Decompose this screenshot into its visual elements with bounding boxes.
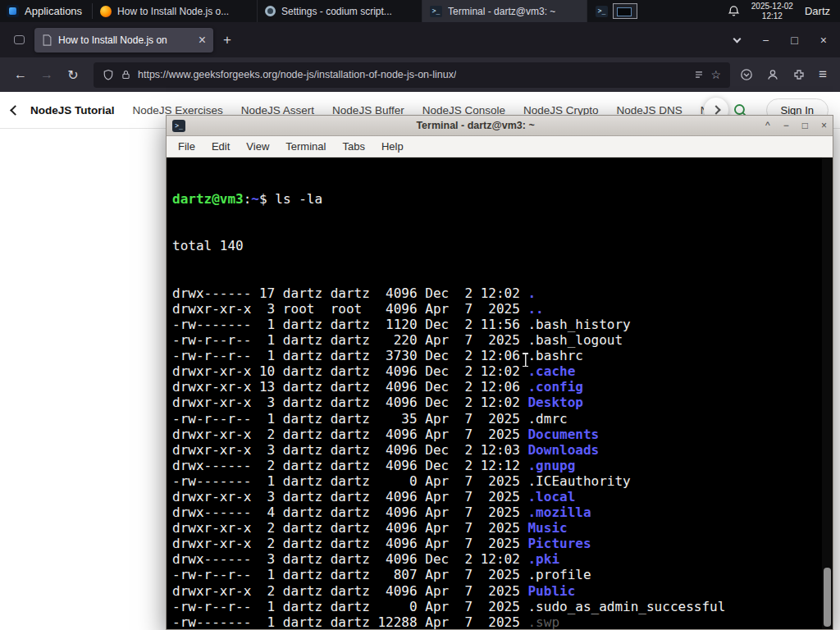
prompt-user-host: dartz@vm3	[172, 191, 244, 207]
tracking-shield-icon[interactable]	[103, 69, 114, 81]
file-name: .gnupg	[527, 458, 575, 473]
terminal-mini-icon: >_	[596, 6, 608, 17]
file-name: ..	[527, 301, 543, 317]
terminal-close-button[interactable]: ×	[821, 120, 827, 131]
taskbar-window-settings[interactable]: Settings - codium script...	[258, 0, 422, 22]
url-text: https://www.geeksforgeeks.org/node-js/in…	[138, 69, 456, 80]
terminal-listing-row: drwxr-xr-x 3 dartz dartz 4096 Apr 7 2025…	[172, 489, 819, 504]
file-name: Downloads	[527, 442, 599, 458]
account-icon[interactable]	[766, 68, 779, 81]
nav-link-nodejs-tutorial[interactable]: NodeJS Tutorial	[30, 104, 115, 116]
file-name: Documents	[527, 427, 599, 442]
menu-tabs[interactable]: Tabs	[335, 139, 372, 154]
terminal-listing-row: drwxr-xr-x 13 dartz dartz 4096 Dec 2 12:…	[172, 379, 819, 395]
file-name: .cache	[527, 363, 575, 379]
terminal-total-line: total 140	[172, 238, 819, 253]
window-close-button[interactable]: ×	[820, 34, 827, 47]
terminal-listing-row: -rw-r--r-- 1 dartz dartz 0 Apr 7 2025 .s…	[172, 599, 819, 614]
terminal-listing-row: drwxr-xr-x 2 dartz dartz 4096 Apr 7 2025…	[172, 583, 819, 599]
gear-icon	[265, 6, 276, 16]
file-name: .mozilla	[527, 504, 591, 520]
terminal-listing-row: drwxr-xr-x 3 root root 4096 Apr 7 2025 .…	[172, 301, 819, 317]
terminal-icon: >_	[430, 6, 442, 17]
file-name: .bashrc	[527, 348, 582, 363]
prompt-command: ls -la	[275, 191, 322, 207]
prompt-separator: :	[244, 191, 252, 207]
file-name: .bash_logout	[527, 332, 623, 348]
file-name: .pki	[527, 551, 559, 567]
file-name: Public	[527, 583, 575, 599]
file-name: .config	[527, 379, 582, 395]
nav-scroll-left-icon[interactable]	[10, 105, 21, 116]
hamburger-menu-icon[interactable]: ≡	[819, 66, 827, 83]
text-cursor-pointer	[522, 353, 529, 367]
terminal-listing-row: -rw------- 1 dartz dartz 1120 Dec 2 11:5…	[172, 317, 819, 332]
terminal-listing-row: -rw-r--r-- 1 dartz dartz 35 Apr 7 2025 .…	[172, 411, 819, 427]
taskbar-window-firefox[interactable]: How to Install Node.js o...	[93, 0, 258, 22]
file-name: .profile	[527, 567, 591, 582]
firefox-view-icon[interactable]	[8, 30, 30, 51]
menu-file[interactable]: File	[171, 139, 203, 154]
taskbar-window-terminal[interactable]: >_ Terminal - dartz@vm3: ~	[422, 0, 587, 22]
terminal-listing-row: drwxr-xr-x 3 dartz dartz 4096 Dec 2 12:0…	[172, 395, 819, 410]
terminal-minimize-button[interactable]: −	[783, 120, 789, 131]
terminal-scrollbar[interactable]	[822, 158, 833, 629]
file-name: .bash_history	[527, 317, 630, 332]
terminal-listing-row: drwxr-xr-x 2 dartz dartz 4096 Apr 7 2025…	[172, 536, 819, 551]
reader-mode-icon[interactable]	[693, 69, 705, 80]
workspace-switcher[interactable]: >_	[587, 0, 646, 22]
menu-help[interactable]: Help	[374, 139, 411, 154]
browser-tab-active[interactable]: How to Install Node.js on ×	[34, 28, 213, 52]
taskbar-window-title: Terminal - dartz@vm3: ~	[448, 6, 555, 17]
prompt-symbol: $	[259, 191, 275, 207]
back-button[interactable]: ←	[8, 62, 33, 87]
file-name: .	[527, 285, 536, 301]
file-name: Pictures	[527, 536, 591, 551]
lock-icon[interactable]	[121, 69, 131, 80]
window-minimize-button[interactable]: −	[762, 34, 769, 47]
tab-title: How to Install Node.js on	[58, 34, 193, 46]
terminal-screen[interactable]: dartz@vm3:~$ ls -la total 140 drwx------…	[167, 158, 833, 629]
reload-button[interactable]: ↻	[61, 62, 85, 87]
pocket-icon[interactable]	[740, 68, 753, 81]
terminal-maximize-button[interactable]: □	[802, 120, 808, 131]
terminal-listing-row: drwxr-xr-x 10 dartz dartz 4096 Dec 2 12:…	[172, 363, 819, 379]
taskbar-window-title: How to Install Node.js o...	[117, 6, 229, 17]
terminal-listing-row: drwx------ 3 dartz dartz 4096 Dec 2 12:0…	[172, 551, 819, 567]
terminal-listing-row: drwxr-xr-x 3 dartz dartz 4096 Dec 2 12:0…	[172, 442, 819, 458]
terminal-window: >_ Terminal - dartz@vm3: ~ ^ − □ × File …	[166, 115, 833, 630]
terminal-listing-row: drwxr-xr-x 2 dartz dartz 4096 Apr 7 2025…	[172, 427, 819, 442]
terminal-titlebar[interactable]: >_ Terminal - dartz@vm3: ~ ^ − □ ×	[167, 116, 833, 136]
file-name: .sudo_as_admin_successful	[527, 599, 725, 614]
page-favicon	[42, 34, 52, 46]
taskbar: Applications How to Install Node.js o...…	[0, 0, 840, 22]
terminal-listing-row: -rw------- 1 dartz dartz 12288 Apr 7 202…	[172, 614, 819, 629]
new-tab-button[interactable]: +	[223, 32, 231, 48]
menu-terminal[interactable]: Terminal	[278, 139, 333, 154]
terminal-window-controls: ^ − □ ×	[765, 120, 827, 131]
applications-menu-button[interactable]: Applications	[0, 0, 92, 22]
menu-edit[interactable]: Edit	[204, 139, 237, 154]
terminal-listing-row: drwxr-xr-x 2 dartz dartz 4096 Apr 7 2025…	[172, 520, 819, 536]
list-tabs-chevron-icon[interactable]	[733, 34, 742, 43]
user-menu[interactable]: Dartz	[805, 5, 830, 17]
tab-close-icon[interactable]: ×	[199, 33, 206, 48]
clock[interactable]: 2025-12-02 12:12	[751, 2, 793, 21]
terminal-listing-row: drwx------ 2 dartz dartz 4096 Dec 2 12:1…	[172, 458, 819, 473]
forward-button[interactable]: →	[34, 62, 59, 87]
workspace-cell[interactable]	[613, 3, 637, 19]
terminal-listing-row: drwx------ 17 dartz dartz 4096 Dec 2 12:…	[172, 285, 819, 301]
bookmark-star-icon[interactable]: ☆	[711, 68, 722, 81]
url-bar[interactable]: https://www.geeksforgeeks.org/node-js/in…	[94, 62, 730, 88]
terminal-window-icon: >_	[172, 120, 185, 132]
notification-bell-icon[interactable]	[728, 5, 740, 17]
file-name: .dmrc	[527, 411, 567, 427]
extensions-puzzle-icon[interactable]	[792, 68, 806, 81]
file-name: Music	[527, 520, 567, 536]
terminal-shade-button[interactable]: ^	[765, 120, 770, 131]
file-name: .ICEauthority	[527, 473, 630, 489]
menu-view[interactable]: View	[239, 139, 276, 154]
terminal-scrollbar-thumb[interactable]	[824, 568, 831, 627]
applications-label: Applications	[25, 5, 82, 17]
window-restore-button[interactable]: □	[791, 34, 797, 47]
